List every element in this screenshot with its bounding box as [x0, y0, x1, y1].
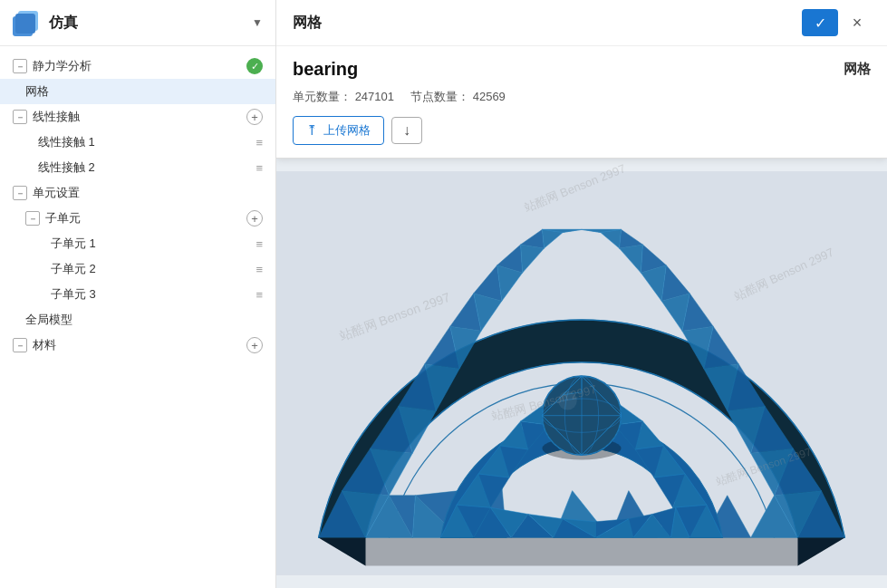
sidebar: 仿真 ▼ － 静力学分析 网格 － 线性接触 + 线性接触 1 ≡ 线性接触 2… [0, 0, 276, 588]
sidebar-header: 仿真 ▼ [0, 0, 275, 46]
nodes-value: 42569 [473, 90, 506, 103]
download-button[interactable]: ↓ [391, 117, 422, 144]
sidebar-item-static-analysis[interactable]: － 静力学分析 [0, 53, 275, 79]
collapse-icon[interactable]: － [13, 186, 27, 200]
sidebar-chevron-icon[interactable]: ▼ [252, 16, 263, 29]
main-panel: 网格 ✓ × bearing 网格 单元数量： 247101 节点数量： 425… [276, 0, 887, 588]
dialog-content: bearing 网格 单元数量： 247101 节点数量： 42569 ⤒ 上传… [276, 46, 887, 158]
sidebar-item-label: 子单元 3 [51, 286, 250, 303]
sidebar-item-material[interactable]: － 材料 + [0, 333, 275, 358]
download-icon: ↓ [403, 122, 410, 139]
elements-value: 247101 [355, 90, 394, 103]
item-type: 网格 [844, 61, 871, 78]
dialog-title: 网格 [293, 14, 802, 33]
sidebar-item-label: 线性接触 1 [38, 134, 250, 150]
sidebar-title: 仿真 [49, 14, 252, 33]
menu-icon[interactable]: ≡ [255, 263, 263, 276]
sidebar-item-global-model[interactable]: 全局模型 [0, 307, 275, 333]
check-icon [246, 58, 263, 74]
sidebar-item-sub-element[interactable]: － 子单元 + [0, 206, 275, 231]
menu-icon[interactable]: ≡ [255, 161, 263, 175]
menu-icon[interactable]: ≡ [255, 136, 263, 149]
upload-mesh-button[interactable]: ⤒ 上传网格 [293, 116, 384, 145]
collapse-icon[interactable]: － [13, 110, 27, 124]
collapse-icon[interactable]: － [25, 211, 40, 226]
add-icon[interactable]: + [246, 109, 263, 125]
close-button[interactable]: × [844, 9, 871, 36]
collapse-icon[interactable]: － [13, 59, 27, 73]
app-logo-icon [13, 9, 40, 36]
sidebar-item-label: 线性接触 [33, 109, 241, 125]
menu-icon[interactable]: ≡ [255, 237, 263, 251]
elements-label: 单元数量： [293, 90, 352, 103]
confirm-button[interactable]: ✓ [802, 9, 838, 36]
sidebar-item-label: 静力学分析 [33, 58, 241, 74]
viewport-3d[interactable]: 站酷网 Benson 2997 站酷网 Benson 2997 站酷网 Bens… [276, 159, 887, 588]
add-icon[interactable]: + [246, 337, 263, 353]
item-stats: 单元数量： 247101 节点数量： 42569 [293, 89, 871, 105]
dialog-header: 网格 ✓ × [276, 0, 887, 46]
sidebar-item-label: 子单元 [45, 210, 241, 227]
svg-rect-2 [15, 14, 35, 34]
svg-point-105 [558, 391, 577, 410]
sidebar-item-sub-element-1[interactable]: 子单元 1 ≡ [0, 231, 275, 256]
mesh-dialog: 网格 ✓ × bearing 网格 单元数量： 247101 节点数量： 425… [276, 0, 887, 159]
nodes-label: 节点数量： [410, 90, 469, 103]
item-name: bearing [293, 59, 844, 80]
sidebar-item-label: 子单元 2 [51, 261, 250, 277]
sidebar-item-label: 全局模型 [25, 312, 263, 328]
bearing-mesh-svg [276, 159, 887, 588]
sidebar-item-label: 材料 [33, 337, 241, 353]
sidebar-item-sub-element-2[interactable]: 子单元 2 ≡ [0, 256, 275, 282]
sidebar-item-linear-contact-2[interactable]: 线性接触 2 ≡ [0, 155, 275, 180]
upload-label: 上传网格 [323, 122, 371, 139]
collapse-icon[interactable]: － [13, 338, 27, 352]
sidebar-tree: － 静力学分析 网格 － 线性接触 + 线性接触 1 ≡ 线性接触 2 ≡ － … [0, 46, 275, 588]
sidebar-item-linear-contact[interactable]: － 线性接触 + [0, 104, 275, 130]
sidebar-item-element-settings[interactable]: － 单元设置 [0, 180, 275, 206]
upload-icon: ⤒ [306, 122, 318, 139]
sidebar-item-sub-element-3[interactable]: 子单元 3 ≡ [0, 282, 275, 307]
sidebar-item-label: 单元设置 [33, 185, 263, 201]
sidebar-item-label: 网格 [25, 83, 263, 100]
sidebar-item-label: 线性接触 2 [38, 159, 250, 176]
sidebar-item-linear-contact-1[interactable]: 线性接触 1 ≡ [0, 130, 275, 155]
item-header: bearing 网格 [293, 59, 871, 80]
menu-icon[interactable]: ≡ [255, 288, 263, 302]
dialog-actions: ⤒ 上传网格 ↓ [293, 116, 871, 145]
add-icon[interactable]: + [246, 210, 263, 227]
sidebar-item-label: 子单元 1 [51, 236, 250, 252]
sidebar-item-mesh[interactable]: 网格 [0, 79, 275, 104]
